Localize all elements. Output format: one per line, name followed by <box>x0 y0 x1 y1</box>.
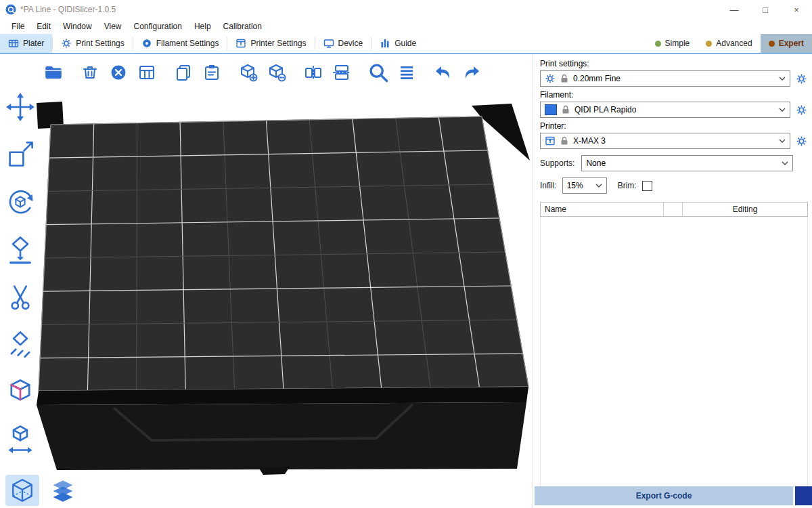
paste-button[interactable] <box>200 60 223 85</box>
search-button[interactable] <box>367 60 390 85</box>
tab-label: Printer Settings <box>250 39 306 48</box>
supports-label: Supports: <box>540 158 574 168</box>
print-settings-value: 0.20mm Fine <box>573 74 621 83</box>
print-bed-scene <box>0 54 533 508</box>
brim-checkbox[interactable] <box>642 181 652 191</box>
supports-combo[interactable]: None <box>581 155 793 171</box>
open-project-button[interactable] <box>42 60 65 85</box>
filament-combo[interactable]: QIDI PLA Rapido <box>540 102 790 118</box>
variable-layer-height-button[interactable] <box>395 60 418 85</box>
mode-expert[interactable]: Expert <box>761 34 812 53</box>
settings-sidebar: Print settings: 0.20mm Fine Filament: QI… <box>533 54 812 508</box>
filament-value: QIDI PLA Rapido <box>574 105 636 114</box>
chevron-down-icon <box>779 77 786 81</box>
mode-label: Advanced <box>716 39 752 48</box>
close-button[interactable]: × <box>781 0 812 19</box>
cut-tool[interactable] <box>3 280 37 313</box>
tab-bar: Plater Print Settings Filament Settings … <box>0 34 812 54</box>
measure-tool[interactable] <box>3 423 37 455</box>
remove-instance-button[interactable] <box>265 60 288 85</box>
lock-icon <box>559 135 570 146</box>
print-settings-gear-button[interactable] <box>794 72 808 85</box>
printer-value: X-MAX 3 <box>573 136 606 146</box>
rotate-tool[interactable] <box>3 186 37 218</box>
move-tool[interactable] <box>3 91 37 123</box>
menu-edit[interactable]: Edit <box>30 20 57 33</box>
mode-switcher: Simple Advanced Expert <box>647 34 812 53</box>
menu-calibration[interactable]: Calibration <box>217 20 268 33</box>
monitor-icon <box>323 38 334 49</box>
gear-icon <box>61 38 72 49</box>
app-icon <box>5 4 16 15</box>
menu-configuration[interactable]: Configuration <box>128 20 188 33</box>
printer-icon <box>235 38 246 49</box>
infill-label: Infill: <box>540 181 557 190</box>
scale-tool[interactable] <box>3 138 37 171</box>
mode-simple[interactable]: Simple <box>647 34 698 53</box>
filament-color-swatch <box>545 104 557 115</box>
redo-button[interactable] <box>460 60 483 85</box>
tab-label: Guide <box>394 39 416 48</box>
column-header-editing: Editing <box>683 203 807 216</box>
view-toggle-bar <box>5 475 80 506</box>
brim-label: Brim: <box>618 181 637 190</box>
split-parts-button[interactable] <box>330 60 353 85</box>
tab-guide[interactable]: Guide <box>371 34 424 53</box>
window-title: *PA Line - QIDISlicer-1.0.5 <box>20 5 116 14</box>
chevron-down-icon <box>779 108 786 112</box>
infill-combo[interactable]: 15% <box>562 177 607 194</box>
filament-gear-button[interactable] <box>794 103 808 117</box>
tab-device[interactable]: Device <box>315 34 371 53</box>
export-options-button[interactable] <box>795 486 812 505</box>
object-list[interactable] <box>540 217 808 487</box>
preview-view-toggle[interactable] <box>46 475 80 506</box>
tab-print-settings[interactable]: Print Settings <box>53 34 132 53</box>
delete-all-button[interactable] <box>107 60 130 85</box>
tab-label: Plater <box>23 39 44 48</box>
mode-advanced[interactable]: Advanced <box>698 34 760 53</box>
add-instance-button[interactable] <box>237 60 260 85</box>
menu-file[interactable]: File <box>5 20 30 33</box>
tab-plater[interactable]: Plater <box>0 34 52 53</box>
plater-icon <box>8 38 19 49</box>
filament-label: Filament: <box>540 90 808 100</box>
split-objects-button[interactable] <box>302 60 325 85</box>
expert-dot-icon <box>769 41 775 47</box>
chevron-down-icon <box>782 161 788 165</box>
menu-help[interactable]: Help <box>188 20 217 33</box>
infill-value: 15% <box>567 181 583 190</box>
column-header-extruder <box>664 203 683 216</box>
seam-painting-tool[interactable] <box>3 375 37 408</box>
guide-icon <box>380 38 390 49</box>
printer-label: Printer: <box>540 121 808 131</box>
delete-button[interactable] <box>78 60 102 85</box>
printer-gear-button[interactable] <box>794 134 808 148</box>
chevron-down-icon <box>595 184 602 188</box>
tab-label: Device <box>338 39 363 48</box>
viewport-3d[interactable] <box>0 54 533 508</box>
paint-on-supports-tool[interactable] <box>3 328 37 360</box>
object-list-table: Name Editing <box>540 202 808 487</box>
print-settings-label: Print settings: <box>540 59 808 68</box>
maximize-button[interactable]: □ <box>750 0 781 19</box>
advanced-dot-icon <box>706 41 712 47</box>
menu-bar: File Edit Window View Configuration Help… <box>0 19 812 34</box>
gizmo-toolbar <box>3 91 37 455</box>
printer-combo[interactable]: X-MAX 3 <box>540 133 790 149</box>
column-header-name: Name <box>541 203 664 216</box>
editor-view-toggle[interactable] <box>5 475 39 506</box>
print-settings-combo[interactable]: 0.20mm Fine <box>540 70 790 87</box>
tab-filament-settings[interactable]: Filament Settings <box>133 34 227 53</box>
menu-view[interactable]: View <box>98 20 128 33</box>
minimize-button[interactable]: — <box>719 0 750 19</box>
mode-label: Expert <box>779 39 804 48</box>
tab-printer-settings[interactable]: Printer Settings <box>227 34 314 53</box>
gear-icon <box>545 73 556 84</box>
arrange-button[interactable] <box>135 60 158 85</box>
menu-window[interactable]: Window <box>57 20 98 33</box>
undo-button[interactable] <box>432 60 455 85</box>
copy-button[interactable] <box>172 60 195 85</box>
filament-spool-icon <box>141 38 152 49</box>
place-on-face-tool[interactable] <box>3 233 37 266</box>
export-gcode-button[interactable]: Export G-code <box>535 486 793 505</box>
